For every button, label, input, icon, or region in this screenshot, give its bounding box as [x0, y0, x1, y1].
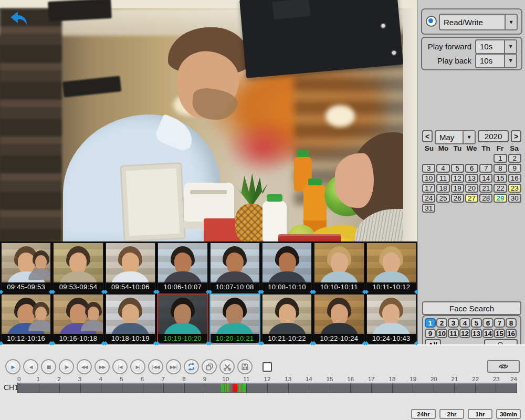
channel-button-8[interactable]: 8: [506, 318, 517, 328]
channel-button-2[interactable]: 2: [436, 318, 447, 328]
calendar-day-1[interactable]: 1: [494, 154, 507, 163]
calendar-day-29[interactable]: 29: [494, 194, 507, 203]
video-feed[interactable]: [0, 0, 417, 242]
calendar-day-4[interactable]: 4: [436, 164, 449, 173]
calendar-day-19[interactable]: 19: [451, 184, 464, 193]
face-thumbnail-12[interactable]: 10:19-10:20: [157, 293, 208, 344]
fast-rewind-button[interactable]: ◀◀: [77, 359, 92, 374]
channel-button-7[interactable]: 7: [494, 318, 505, 328]
cut-button[interactable]: [219, 359, 235, 374]
face-thumbnail-6[interactable]: 10:08-10:10: [261, 242, 312, 292]
hour-tick: [205, 383, 205, 393]
calendar-day-8[interactable]: 8: [494, 164, 507, 173]
channel-button-15[interactable]: 15: [494, 329, 505, 338]
step-forward-button[interactable]: |▶: [59, 359, 74, 374]
thumbnail-photo: [158, 295, 207, 334]
sync-button[interactable]: [487, 360, 520, 373]
calendar-month-select[interactable]: May ▼: [435, 130, 476, 144]
channel-button-10[interactable]: 10: [436, 329, 447, 338]
channel-button-4[interactable]: 4: [459, 318, 470, 328]
face-thumbnail-13[interactable]: 10:20-10:21: [209, 293, 260, 344]
play-button[interactable]: ▶: [5, 359, 20, 374]
record-mode-radio[interactable]: [426, 16, 437, 27]
prev-file-button[interactable]: |◀◀: [148, 359, 163, 374]
calendar-day-7[interactable]: 7: [479, 164, 492, 173]
face-thumbnail-2[interactable]: 09:53-09:54: [52, 242, 103, 292]
calendar-year-box[interactable]: 2020: [478, 130, 509, 142]
next-frame-button[interactable]: ▶|: [130, 359, 145, 374]
calendar-day-9[interactable]: 9: [508, 164, 521, 173]
next-file-button[interactable]: ▶▶|: [166, 359, 181, 374]
range-button-1hr[interactable]: 1hr: [468, 409, 492, 419]
calendar-day-27[interactable]: 27: [465, 194, 478, 203]
calendar-day-23[interactable]: 23: [508, 184, 521, 193]
play-forward-select[interactable]: 10s ▼: [475, 39, 517, 54]
calendar-day-21[interactable]: 21: [479, 184, 492, 193]
calendar-day-13[interactable]: 13: [465, 174, 478, 183]
calendar-day-28[interactable]: 28: [479, 194, 492, 203]
calendar-day-16[interactable]: 16: [508, 174, 521, 183]
face-thumbnail-4[interactable]: 10:06-10:07: [157, 242, 208, 292]
calendar-day-5[interactable]: 5: [451, 164, 464, 173]
chevron-down-icon[interactable]: ▼: [505, 15, 517, 29]
face-thumbnail-14[interactable]: 10:21-10:22: [261, 293, 312, 344]
copy-button[interactable]: [202, 359, 217, 374]
channel-button-12[interactable]: 12: [459, 329, 470, 338]
channel-button-6[interactable]: 6: [482, 318, 494, 328]
face-thumbnail-8[interactable]: 10:11-10:12: [366, 242, 417, 292]
calendar-day-18[interactable]: 18: [436, 184, 449, 193]
range-button-24hr[interactable]: 24hr: [411, 409, 436, 419]
calendar-day-3[interactable]: 3: [422, 164, 435, 173]
channel-button-9[interactable]: 9: [425, 329, 436, 338]
play-reverse-button[interactable]: ◀: [23, 359, 38, 374]
channel-button-1[interactable]: 1: [425, 318, 436, 328]
channel-button-16[interactable]: 16: [506, 329, 517, 338]
face-thumbnail-3[interactable]: 09:54-10:06: [105, 242, 156, 292]
record-mode-select[interactable]: Read/Write ▼: [439, 14, 518, 30]
channel-button-11[interactable]: 11: [448, 329, 459, 338]
prev-frame-button[interactable]: |◀: [112, 359, 128, 374]
chevron-down-icon[interactable]: ▼: [504, 55, 516, 67]
calendar-next-button[interactable]: >: [511, 130, 521, 142]
calendar-day-30[interactable]: 30: [508, 194, 521, 203]
channel-button-14[interactable]: 14: [482, 329, 494, 338]
calendar-day-20[interactable]: 20: [465, 184, 478, 193]
range-button-2hr[interactable]: 2hr: [439, 409, 464, 419]
chevron-down-icon[interactable]: ▼: [504, 40, 516, 53]
range-button-30min[interactable]: 30min: [496, 409, 521, 419]
play-back-select[interactable]: 10s ▼: [475, 54, 517, 68]
back-arrow-button[interactable]: [8, 10, 29, 28]
calendar-day-26[interactable]: 26: [451, 194, 464, 203]
channel-button-3[interactable]: 3: [448, 318, 459, 328]
face-thumbnail-9[interactable]: 10:12-10:16: [1, 293, 51, 344]
calendar-day-10[interactable]: 10: [422, 174, 435, 183]
face-thumbnail-15[interactable]: 10:22-10:24: [313, 293, 364, 344]
chevron-down-icon[interactable]: ▼: [463, 131, 475, 143]
channel-button-5[interactable]: 5: [471, 318, 482, 328]
loop-button[interactable]: [184, 359, 199, 374]
face-thumbnail-5[interactable]: 10:07-10:08: [209, 242, 260, 292]
face-thumbnail-1[interactable]: 09:45-09:53: [1, 242, 51, 292]
calendar-day-31[interactable]: 31: [422, 204, 435, 213]
face-thumbnail-7[interactable]: 10:10-10:11: [313, 242, 364, 292]
save-button[interactable]: [237, 359, 253, 374]
calendar-day-22[interactable]: 22: [494, 184, 507, 193]
stop-button[interactable]: ■: [41, 359, 56, 374]
calendar-day-11[interactable]: 11: [436, 174, 449, 183]
channel-button-13[interactable]: 13: [471, 329, 482, 338]
calendar-day-12[interactable]: 12: [451, 174, 464, 183]
face-thumbnail-10[interactable]: 10:16-10:18: [52, 293, 103, 344]
timeline-bar[interactable]: [17, 383, 517, 393]
calendar-day-6[interactable]: 6: [465, 164, 478, 173]
face-thumbnail-16[interactable]: 10:24-10:43: [366, 293, 417, 344]
calendar-day-15[interactable]: 15: [494, 174, 507, 183]
calendar-day-2[interactable]: 2: [508, 154, 521, 163]
calendar-day-25[interactable]: 25: [436, 194, 449, 203]
face-thumbnail-11[interactable]: 10:18-10:19: [105, 293, 156, 344]
calendar-prev-button[interactable]: <: [422, 130, 433, 142]
calendar-day-24[interactable]: 24: [422, 194, 435, 203]
calendar-day-14[interactable]: 14: [479, 174, 492, 183]
calendar-day-17[interactable]: 17: [422, 184, 435, 193]
select-checkbox[interactable]: [262, 362, 272, 372]
fast-forward-button[interactable]: ▶▶: [94, 359, 110, 374]
